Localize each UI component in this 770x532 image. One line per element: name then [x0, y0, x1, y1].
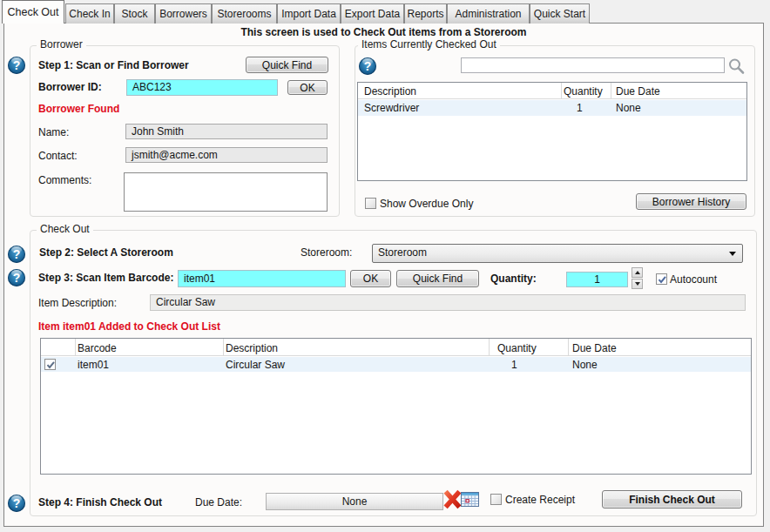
items-row-description: Screwdriver	[364, 100, 419, 116]
item-description-label: Item Description:	[38, 298, 117, 309]
items-row-due-date: None	[616, 100, 641, 116]
clear-due-date-icon[interactable]	[443, 488, 462, 510]
storeroom-label: Storeroom:	[301, 247, 352, 259]
co-col-due-date[interactable]: Due Date	[572, 340, 617, 356]
storeroom-dropdown[interactable]: Storeroom	[372, 244, 743, 263]
borrower-found-status: Borrower Found	[38, 104, 119, 115]
tab-import-data[interactable]: Import Data	[277, 3, 341, 24]
items-group-label: Items Currently Checked Out	[358, 39, 500, 51]
items-col-due-date[interactable]: Due Date	[616, 84, 660, 99]
item-description-field: Circular Saw	[150, 294, 746, 311]
name-label: Name:	[38, 127, 69, 138]
items-col-description[interactable]: Description	[364, 84, 416, 99]
borrower-ok-button[interactable]: OK	[287, 80, 328, 95]
quantity-input[interactable]: 1	[566, 272, 628, 287]
show-overdue-label: Show Overdue Only	[380, 199, 473, 210]
tab-reports[interactable]: Reports	[404, 3, 447, 24]
finish-check-out-button[interactable]: Finish Check Out	[602, 490, 742, 508]
due-date-label: Due Date:	[195, 497, 242, 508]
autocount-checkbox[interactable]	[656, 273, 667, 285]
calendar-icon[interactable]	[461, 492, 479, 507]
quantity-label: Quantity:	[490, 273, 537, 285]
column-separator	[223, 339, 224, 356]
column-separator	[561, 83, 562, 99]
dropdown-arrow-icon	[729, 252, 736, 256]
contact-field[interactable]: jsmith@acme.com	[125, 147, 328, 163]
create-receipt-checkbox[interactable]	[490, 494, 502, 505]
column-separator	[489, 339, 490, 356]
co-col-description[interactable]: Description	[226, 340, 278, 356]
help-icon-step3[interactable]: ?	[8, 269, 25, 286]
co-row-quantity: 1	[511, 357, 517, 373]
barcode-ok-button[interactable]: OK	[350, 270, 391, 287]
co-row-barcode: item01	[78, 357, 109, 373]
column-separator	[611, 83, 611, 99]
co-row-due-date: None	[572, 357, 598, 373]
quick-find-item-button[interactable]: Quick Find	[396, 270, 479, 287]
help-icon-step4[interactable]: ?	[8, 495, 25, 512]
comments-input[interactable]	[124, 172, 328, 212]
help-icon-items[interactable]: ?	[359, 57, 376, 75]
items-table[interactable]: Description Quantity Due Date Screwdrive…	[357, 82, 747, 181]
items-col-quantity[interactable]: Quantity	[564, 84, 603, 99]
quantity-stepper	[632, 267, 643, 290]
column-separator	[75, 339, 76, 356]
check-out-table-header	[41, 339, 751, 356]
tab-administration[interactable]: Administration	[447, 3, 530, 24]
contact-label: Contact:	[38, 151, 78, 162]
checkmark-icon	[45, 360, 57, 371]
comments-label: Comments:	[38, 175, 91, 186]
borrower-id-input[interactable]: ABC123	[126, 79, 278, 96]
autocount-label: Autocount	[670, 274, 717, 286]
items-row-quantity: 1	[577, 100, 583, 116]
tab-borrowers[interactable]: Borrowers	[155, 3, 212, 24]
quantity-up-button[interactable]	[632, 267, 643, 278]
up-arrow-icon	[635, 271, 640, 274]
tab-storerooms[interactable]: Storerooms	[212, 3, 277, 24]
step3-label: Step 3: Scan Item Barcode:	[38, 273, 173, 284]
checkout-window: { "tabs": { "items": [ {"label": "Check …	[0, 0, 770, 532]
storeroom-dropdown-value: Storeroom	[378, 246, 427, 259]
show-overdue-checkbox[interactable]	[365, 198, 376, 209]
co-col-barcode[interactable]: Barcode	[78, 340, 117, 356]
borrower-group-label: Borrower	[37, 39, 86, 51]
borrower-history-button[interactable]: Borrower History	[636, 193, 746, 210]
step2-label: Step 2: Select A Storeroom	[39, 247, 173, 259]
check-out-group-label: Check Out	[37, 224, 93, 235]
barcode-input[interactable]: item01	[178, 270, 346, 287]
check-out-table-row[interactable]	[41, 357, 751, 372]
row-select-checkbox[interactable]	[44, 359, 56, 370]
quick-find-borrower-button[interactable]: Quick Find	[246, 57, 328, 73]
tab-quick-start[interactable]: Quick Start	[530, 3, 590, 24]
quantity-down-button[interactable]	[632, 279, 643, 289]
column-separator	[568, 339, 569, 356]
help-icon-step1[interactable]: ?	[8, 57, 25, 74]
down-arrow-icon	[635, 282, 640, 286]
tab-bar: Check Out Check In Stock Borrowers Store…	[2, 0, 590, 24]
name-field[interactable]: John Smith	[125, 124, 328, 139]
items-search-input[interactable]	[461, 57, 725, 73]
co-col-quantity[interactable]: Quantity	[497, 340, 537, 356]
item-added-status: Item item01 Added to Check Out List	[38, 321, 220, 333]
step4-label: Step 4: Finish Check Out	[38, 497, 162, 508]
create-receipt-label: Create Receipt	[505, 495, 575, 506]
check-out-table[interactable]: Barcode Description Quantity Due Date it…	[40, 338, 752, 475]
screen-description: This screen is used to Check Out items f…	[3, 26, 764, 38]
checkmark-icon	[657, 274, 668, 286]
tab-export-data[interactable]: Export Data	[341, 3, 404, 24]
help-icon-step2[interactable]: ?	[8, 246, 25, 263]
tab-check-out[interactable]: Check Out	[2, 0, 64, 24]
search-icon[interactable]	[727, 57, 746, 75]
tab-stock[interactable]: Stock	[114, 3, 155, 24]
co-row-description: Circular Saw	[226, 357, 285, 373]
step1-label: Step 1: Scan or Find Borrower	[38, 60, 189, 71]
due-date-field[interactable]: None	[266, 493, 443, 510]
tab-check-in[interactable]: Check In	[65, 3, 114, 24]
borrower-id-label: Borrower ID:	[38, 82, 102, 93]
